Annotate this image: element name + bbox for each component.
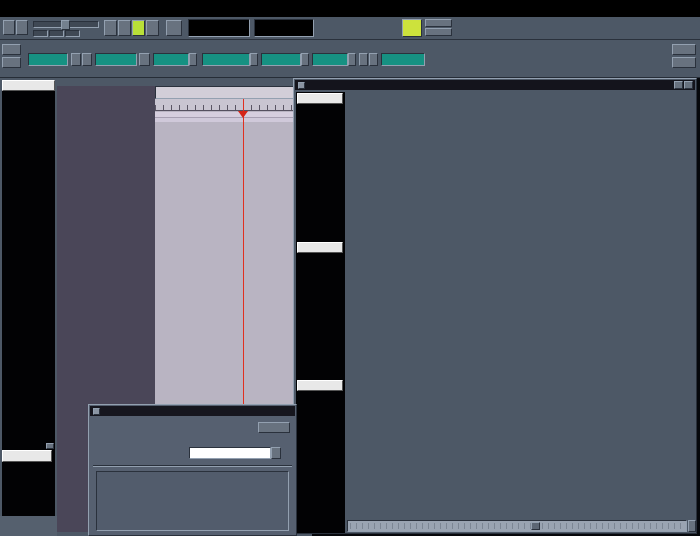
mixer-strips	[347, 92, 696, 518]
plugin-window-menu-icon[interactable]	[93, 408, 100, 415]
primary-clock[interactable]	[188, 19, 250, 37]
zoom-span-clock[interactable]	[95, 53, 137, 66]
zoom-in-button[interactable]	[82, 53, 92, 66]
snap-to-select[interactable]	[202, 53, 258, 66]
transport-bar	[0, 17, 700, 40]
follow-playhead-button[interactable]	[402, 19, 422, 37]
edit-toolbar	[0, 40, 700, 78]
mixer-window-menu-icon[interactable]	[298, 82, 305, 89]
hscroll-handle[interactable]	[531, 522, 540, 530]
bars-ruler-ticks	[155, 105, 312, 110]
edit-groups-scroll-button[interactable]	[46, 443, 54, 449]
smpte-ruler[interactable]	[155, 86, 312, 99]
edit-groups-header[interactable]	[2, 450, 52, 462]
secondary-clock[interactable]	[254, 19, 314, 37]
toolbar-left-button-2[interactable]	[2, 57, 21, 68]
nudge-clock[interactable]	[381, 53, 425, 66]
edit-mode-value	[312, 53, 348, 66]
playhead-marker-icon[interactable]	[238, 111, 248, 118]
forward-button[interactable]	[16, 20, 28, 35]
zoom-to-session-button[interactable]	[139, 53, 150, 66]
editor-bottom-panel	[0, 516, 57, 536]
mix-groups-header[interactable]	[297, 242, 343, 253]
rewind-button[interactable]	[3, 20, 15, 35]
record-button[interactable]	[166, 20, 182, 36]
snap-to-arrow-icon	[250, 53, 258, 66]
snap-mode-arrow-icon	[301, 53, 309, 66]
plugin-bypass-button[interactable]	[258, 422, 290, 433]
plugin-preset-combo[interactable]	[189, 447, 281, 459]
zoom-focus-arrow-icon	[189, 53, 197, 66]
zoom-focus-value	[153, 53, 189, 66]
stop-button[interactable]	[146, 20, 159, 36]
mixer-hscrollbar[interactable]	[347, 520, 687, 532]
plugin-separator	[93, 465, 292, 467]
shuttle-display-1	[33, 30, 48, 37]
tracks-panel-header[interactable]	[2, 80, 55, 91]
zoom-out-button[interactable]	[71, 53, 81, 66]
mixer-titlebar[interactable]	[295, 80, 695, 90]
transport-option-buttons	[318, 20, 398, 37]
zoom-focus-select[interactable]	[153, 53, 197, 66]
toolbar-left-button-1[interactable]	[2, 44, 21, 55]
plugin-preset-arrow-icon[interactable]	[271, 447, 281, 459]
strips-panel-header[interactable]	[297, 93, 343, 104]
plugin-controls-panel	[96, 471, 289, 531]
hscroll-ticks	[350, 523, 684, 529]
mixer-maximize-button[interactable]	[674, 81, 683, 89]
plugin-preset-value[interactable]	[189, 447, 271, 459]
edit-clock[interactable]	[28, 53, 68, 66]
mouse-mode-buttons	[444, 44, 524, 70]
nudge-forward-button[interactable]	[369, 53, 378, 66]
snapshots-header[interactable]	[297, 380, 343, 391]
plugin-titlebar[interactable]	[90, 406, 295, 416]
shuttle-handle[interactable]	[61, 20, 70, 30]
toolbar-right-button-2[interactable]	[672, 57, 696, 68]
shuttle-display-2	[49, 30, 64, 37]
ardour-screen	[0, 0, 700, 536]
plugin-window	[88, 404, 297, 536]
nudge-back-button[interactable]	[359, 53, 368, 66]
mixer-close-button[interactable]	[684, 81, 693, 89]
shuttle-slider[interactable]	[33, 21, 99, 28]
play-button[interactable]	[132, 20, 145, 36]
ruler-label-column	[57, 86, 155, 122]
edit-mode-arrow-icon	[348, 53, 356, 66]
loop-button[interactable]	[104, 20, 117, 36]
edit-mode-select[interactable]	[312, 53, 356, 66]
goto-start-button[interactable]	[118, 20, 131, 36]
mixer-left-panel	[296, 92, 345, 533]
mixer-scroll-corner-button[interactable]	[688, 520, 696, 532]
auto-input-button[interactable]	[425, 19, 452, 27]
snap-mode-value	[261, 53, 301, 66]
shuttle-display-3	[65, 30, 80, 37]
auto-return-button[interactable]	[425, 28, 452, 36]
snap-mode-select[interactable]	[261, 53, 309, 66]
menubar	[0, 0, 700, 17]
bars-ruler[interactable]	[155, 99, 312, 111]
toolbar-right-button-1[interactable]	[672, 44, 696, 55]
snap-to-value	[202, 53, 250, 66]
mixer-window	[293, 78, 697, 534]
